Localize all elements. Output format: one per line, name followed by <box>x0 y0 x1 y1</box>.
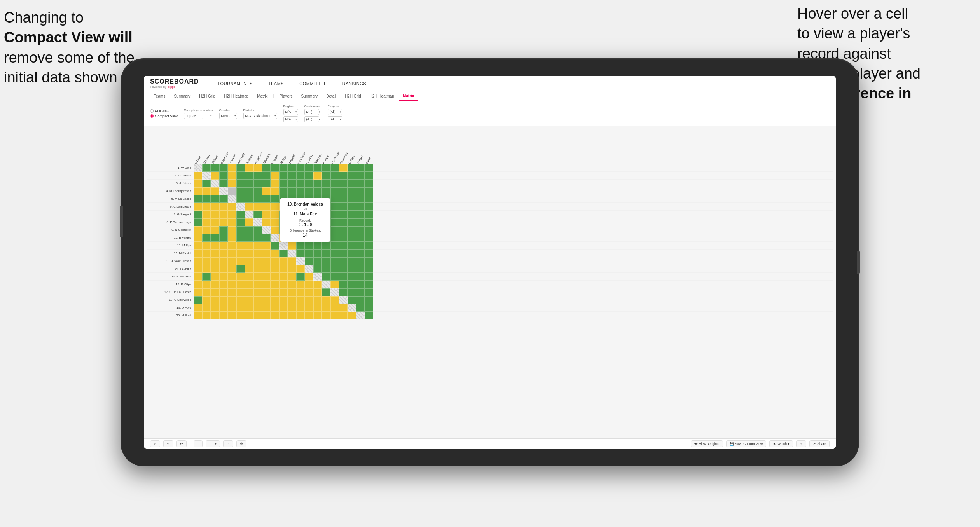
matrix-cell[interactable] <box>330 226 339 234</box>
watch-button[interactable]: 👁 Watch ▾ <box>769 440 793 447</box>
matrix-cell[interactable] <box>219 172 228 180</box>
matrix-cell[interactable] <box>322 304 330 312</box>
matrix-cell[interactable] <box>296 273 305 281</box>
matrix-cell[interactable] <box>262 218 271 226</box>
matrix-cell[interactable] <box>253 234 262 242</box>
division-select[interactable]: NCAA Division I <box>243 113 277 119</box>
matrix-cell[interactable] <box>322 250 330 257</box>
matrix-cell[interactable] <box>365 281 373 288</box>
matrix-cell[interactable] <box>365 211 373 218</box>
matrix-cell[interactable] <box>305 304 313 312</box>
matrix-cell[interactable] <box>236 195 245 203</box>
matrix-cell[interactable] <box>339 304 348 312</box>
matrix-cell[interactable] <box>339 211 348 218</box>
matrix-cell[interactable] <box>279 281 288 288</box>
matrix-cell[interactable] <box>305 172 313 180</box>
matrix-cell[interactable] <box>202 273 211 281</box>
matrix-cell[interactable] <box>262 273 271 281</box>
matrix-cell[interactable] <box>356 257 365 265</box>
matrix-cell[interactable] <box>339 195 348 203</box>
matrix-cell[interactable] <box>348 195 356 203</box>
nav-tournaments[interactable]: TOURNAMENTS <box>215 80 256 87</box>
matrix-cell[interactable] <box>339 164 348 172</box>
matrix-cell[interactable] <box>211 257 219 265</box>
matrix-cell[interactable] <box>262 304 271 312</box>
matrix-cell[interactable] <box>356 281 365 288</box>
sub-tab-h2hgrid1[interactable]: H2H Grid <box>195 92 219 101</box>
matrix-cell[interactable] <box>228 273 236 281</box>
matrix-cell[interactable] <box>330 304 339 312</box>
matrix-cell[interactable] <box>348 211 356 218</box>
matrix-cell[interactable] <box>305 281 313 288</box>
matrix-cell[interactable] <box>219 304 228 312</box>
matrix-cell[interactable] <box>245 218 253 226</box>
matrix-cell[interactable] <box>348 281 356 288</box>
matrix-cell[interactable] <box>279 172 288 180</box>
matrix-cell[interactable] <box>202 281 211 288</box>
matrix-cell[interactable] <box>194 203 202 211</box>
matrix-cell[interactable] <box>211 172 219 180</box>
matrix-cell[interactable] <box>253 211 262 218</box>
matrix-cell[interactable] <box>253 218 262 226</box>
matrix-cell[interactable] <box>271 273 279 281</box>
matrix-cell[interactable] <box>228 187 236 195</box>
matrix-cell[interactable] <box>339 273 348 281</box>
region-select[interactable]: N/A <box>283 109 298 115</box>
matrix-cell[interactable] <box>348 312 356 319</box>
matrix-cell[interactable] <box>271 226 279 234</box>
matrix-cell[interactable] <box>202 250 211 257</box>
matrix-cell[interactable] <box>339 312 348 319</box>
matrix-cell[interactable] <box>365 164 373 172</box>
matrix-cell[interactable] <box>262 234 271 242</box>
matrix-cell[interactable] <box>253 288 262 296</box>
matrix-cell[interactable] <box>219 203 228 211</box>
matrix-cell[interactable] <box>228 296 236 304</box>
matrix-cell[interactable] <box>253 164 262 172</box>
matrix-cell[interactable] <box>330 164 339 172</box>
matrix-cell[interactable] <box>236 265 245 273</box>
matrix-cell[interactable] <box>211 312 219 319</box>
matrix-cell[interactable] <box>330 172 339 180</box>
matrix-cell[interactable] <box>322 187 330 195</box>
matrix-cell[interactable] <box>313 250 322 257</box>
matrix-cell[interactable] <box>330 288 339 296</box>
share-button[interactable]: ↗ Share <box>809 440 830 447</box>
matrix-cell[interactable] <box>288 172 296 180</box>
matrix-cell[interactable] <box>194 296 202 304</box>
matrix-cell[interactable] <box>279 242 288 250</box>
matrix-cell[interactable] <box>322 281 330 288</box>
matrix-cell[interactable] <box>288 265 296 273</box>
matrix-cell[interactable] <box>211 250 219 257</box>
matrix-cell[interactable] <box>245 187 253 195</box>
matrix-cell[interactable] <box>348 226 356 234</box>
matrix-cell[interactable] <box>313 172 322 180</box>
matrix-cell[interactable] <box>365 180 373 187</box>
matrix-cell[interactable] <box>236 218 245 226</box>
matrix-cell[interactable] <box>279 187 288 195</box>
matrix-cell[interactable] <box>288 296 296 304</box>
matrix-cell[interactable] <box>356 288 365 296</box>
matrix-cell[interactable] <box>253 172 262 180</box>
matrix-cell[interactable] <box>330 281 339 288</box>
matrix-cell[interactable] <box>202 312 211 319</box>
matrix-cell[interactable] <box>245 265 253 273</box>
matrix-cell[interactable] <box>236 304 245 312</box>
matrix-cell[interactable] <box>202 265 211 273</box>
matrix-cell[interactable] <box>211 203 219 211</box>
matrix-cell[interactable] <box>296 312 305 319</box>
matrix-cell[interactable] <box>296 296 305 304</box>
matrix-cell[interactable] <box>253 226 262 234</box>
matrix-cell[interactable] <box>211 273 219 281</box>
nav-teams[interactable]: TEAMS <box>265 80 287 87</box>
matrix-cell[interactable] <box>348 250 356 257</box>
matrix-cell[interactable] <box>228 226 236 234</box>
matrix-cell[interactable] <box>271 304 279 312</box>
gender-select[interactable]: Men's <box>219 113 237 119</box>
matrix-cell[interactable] <box>279 164 288 172</box>
matrix-cell[interactable] <box>245 195 253 203</box>
matrix-cell[interactable] <box>202 288 211 296</box>
compact-view-option[interactable]: Compact View <box>150 114 178 118</box>
matrix-cell[interactable] <box>228 250 236 257</box>
matrix-cell[interactable] <box>202 304 211 312</box>
matrix-cell[interactable] <box>330 242 339 250</box>
